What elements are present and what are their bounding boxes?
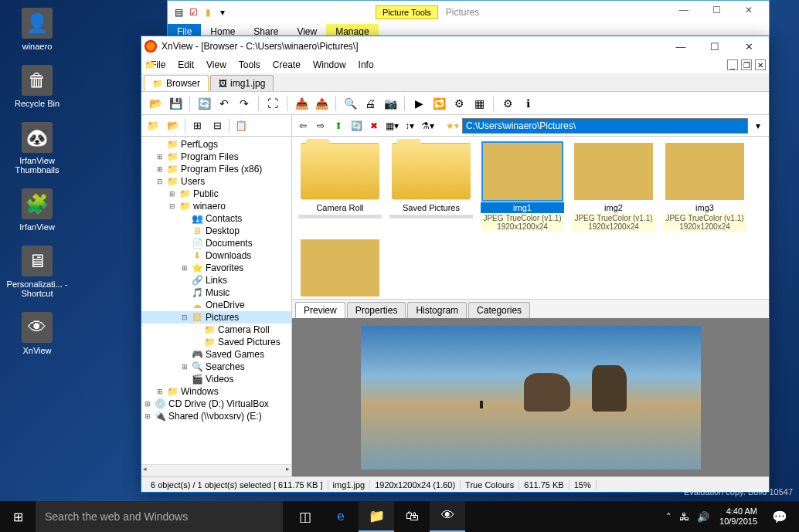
tray-overflow-button[interactable]: ˄ [662,511,675,523]
tree-node-searches[interactable]: ⊞🔍Searches [141,361,291,373]
nav-forward-button[interactable]: ⇨ [313,118,328,134]
store-taskbar-icon[interactable]: 🛍 [394,501,430,532]
start-button[interactable]: ⊞ [0,501,36,532]
tree-collapse-button[interactable]: ⊟ [209,117,226,134]
nav-back-button[interactable]: ⇦ [295,118,311,134]
expand-toggle[interactable]: ⊞ [157,388,166,395]
menu-edit[interactable]: Edit [172,58,200,72]
folder-tree[interactable]: 📁PerfLogs⊞📁Program Files⊞📁Program Files … [141,137,291,464]
nav-up-button[interactable]: ⬆ [331,118,346,134]
doc-tab-img1-jpg[interactable]: 🖼img1.jpg [210,75,274,91]
taskbar-clock[interactable]: 4:40 AM 10/9/2015 [713,507,763,527]
menu-view[interactable]: View [200,58,233,72]
tree-node-program-files-x86-[interactable]: ⊞📁Program Files (x86) [141,163,291,175]
tree-node-onedrive[interactable]: ☁OneDrive [141,299,291,311]
refresh-button[interactable]: 🔄 [195,94,213,113]
network-icon[interactable]: 🖧 [675,511,693,523]
expand-toggle[interactable]: ⊞ [144,412,154,420]
thumbnails-pane[interactable]: Camera RollSaved Picturesimg1JPEG TrueCo… [292,137,769,299]
open-button[interactable]: 📂 [146,94,165,113]
close-button[interactable]: ✕ [733,5,764,20]
expand-toggle[interactable]: ⊞ [169,190,178,198]
maximize-button[interactable]: ☐ [701,5,732,20]
redo-button[interactable]: ↷ [235,94,253,113]
preview-tab-preview[interactable]: Preview [295,302,345,318]
minimize-button[interactable]: — [668,5,699,20]
slideshow-button[interactable]: ▶ [410,94,428,113]
expand-toggle[interactable]: ⊞ [157,153,166,161]
taskbar-search-input[interactable]: Search the web and Windows [36,501,283,532]
batch-button[interactable]: ⚙ [450,94,468,113]
task-view-button[interactable]: ◫ [287,501,323,532]
thumb-img2[interactable]: img2JPEG TrueColor (v1.1)1920x1200x24 [572,143,655,232]
edge-taskbar-icon[interactable]: e [323,501,359,532]
desktop-icon-recycle-bin[interactable]: 🗑Recycle Bin [6,65,68,108]
print-button[interactable]: 🖨 [361,94,379,113]
tree-copy-button[interactable]: 📋 [233,117,250,134]
tree-node-saved-pictures[interactable]: 📁Saved Pictures [141,336,291,348]
tree-node-program-files[interactable]: ⊞📁Program Files [141,151,291,163]
expand-toggle[interactable]: ⊞ [144,400,154,408]
tree-node-shared-vboxsrv-e-[interactable]: ⊞🔌Shared (\\vboxsrv) (E:) [141,410,291,422]
doc-tab-browser[interactable]: 📁Browser [144,75,209,91]
tree-node-desktop[interactable]: 🖥Desktop [141,225,291,237]
preview-tab-properties[interactable]: Properties [347,302,406,318]
thumb-camera-roll[interactable]: Camera Roll [298,143,382,232]
expand-toggle[interactable]: ⊞ [182,363,191,371]
menu-create[interactable]: Create [267,58,307,72]
tree-node-pictures[interactable]: ⊟🖼Pictures [141,311,291,324]
tree-node-saved-games[interactable]: 🎮Saved Games [141,348,291,361]
desktop-icon-irfanview[interactable]: 🧩IrfanView [6,188,68,232]
minimize-button[interactable]: — [664,38,698,55]
volume-icon[interactable]: 🔊 [693,511,713,523]
favorites-button[interactable]: ★▾ [444,118,460,134]
close-button[interactable]: ✕ [732,38,766,55]
import-button[interactable]: 📥 [292,94,311,113]
filter-button[interactable]: ⚗▾ [420,118,435,134]
about-button[interactable]: ℹ [518,94,537,113]
undo-button[interactable]: ↶ [215,94,233,113]
expand-toggle[interactable]: ⊞ [157,165,166,173]
tree-node-camera-roll[interactable]: 📁Camera Roll [141,324,291,336]
expand-toggle[interactable]: ⊟ [182,313,191,321]
options-button[interactable]: ⚙ [498,94,517,113]
menu-window[interactable]: Window [307,58,352,72]
thumb-img4[interactable]: img4 [298,239,382,299]
file-explorer-taskbar-icon[interactable]: 📁 [359,501,394,532]
expand-toggle[interactable]: ⊞ [182,264,191,272]
sort-button[interactable]: ↕▾ [402,118,417,134]
menu-tools[interactable]: Tools [233,58,267,72]
view-mode-button[interactable]: ▦▾ [384,118,400,134]
tree-node-public[interactable]: ⊞📁Public [141,188,291,200]
expand-toggle[interactable]: ⊟ [157,178,166,185]
preview-tab-categories[interactable]: Categories [468,302,530,318]
nav-refresh-button[interactable]: 🔄 [348,118,364,134]
search-button[interactable]: 🔍 [341,94,359,113]
thumb-img1[interactable]: img1JPEG TrueColor (v1.1)1920x1200x24 [481,143,564,232]
tree-up-button[interactable]: 📂 [165,117,182,134]
export-button[interactable]: 📤 [312,94,331,113]
tree-fav-button[interactable]: 📁 [144,117,162,134]
new-folder-icon[interactable]: ▮ [202,6,214,19]
tree-node-perflogs[interactable]: 📁PerfLogs [141,138,291,151]
menu-info[interactable]: Info [352,58,380,72]
desktop-icon-xnview[interactable]: 👁XnView [6,312,68,355]
desktop-icon-personalizati-shortcut[interactable]: 🖥Personalizati... - Shortcut [6,246,68,298]
save-button[interactable]: 💾 [166,94,185,113]
tree-expand-button[interactable]: ⊞ [189,117,206,134]
tree-node-winaero[interactable]: ⊟📁winaero [141,200,291,212]
expand-toggle[interactable]: ⊟ [169,202,178,210]
tree-node-windows[interactable]: ⊞📁Windows [141,385,291,398]
xnview-taskbar-icon[interactable]: 👁 [430,501,465,532]
thumb-img3[interactable]: img3JPEG TrueColor (v1.1)1920x1200x24 [663,143,746,232]
tree-horizontal-scrollbar[interactable]: ◂ ▸ [141,464,291,476]
tree-node-cd-drive-d-virtualbox[interactable]: ⊞💿CD Drive (D:) VirtualBox [141,398,291,410]
preview-tab-histogram[interactable]: Histogram [407,302,467,318]
mdi-restore-button[interactable]: ❐ [741,59,752,70]
address-input[interactable] [462,118,748,134]
tree-node-contacts[interactable]: 👥Contacts [141,212,291,225]
mdi-minimize-button[interactable]: _ [727,59,738,70]
tree-node-users[interactable]: ⊟📁Users [141,175,291,188]
action-center-button[interactable]: 💬 [763,501,796,532]
titlebar[interactable]: XnView - [Browser - C:\Users\winaero\Pic… [141,36,769,56]
